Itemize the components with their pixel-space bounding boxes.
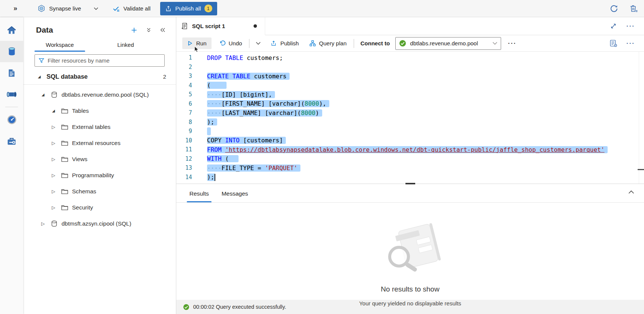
filter-resources-input[interactable] [48,57,161,64]
code-line-content: COPY INTO [customers] [207,137,286,144]
data-explorer-panel: Data Workspace Linked [23,17,176,314]
line-number: 5 [176,91,192,98]
run-button[interactable]: Run [182,37,212,49]
monitor-gauge-icon [7,115,17,125]
collapse-arrow-icon[interactable]: ◢ [36,75,42,79]
discard-all-icon[interactable] [629,4,638,13]
nav-home[interactable] [0,19,23,41]
connected-check-icon [399,40,406,47]
tree-item-label: Schemas [72,188,96,195]
code-line[interactable]: 10COPY INTO [customers] [176,136,644,145]
code-line-content: ····[ID] [bigint], [207,91,275,98]
tree-item-security[interactable]: ▷Security [23,199,176,215]
code-line[interactable]: 12WITH ( [176,154,644,164]
folder-icon [61,205,68,211]
code-line[interactable]: 11FROM 'https://dbtlabsynapsedatalake.bl… [176,145,644,154]
properties-icon[interactable] [609,39,617,47]
connect-to-dropdown[interactable]: dbtlabs.revenue.demo.pool [395,37,501,50]
code-line[interactable]: 3CREATE TABLE customers [176,72,644,81]
code-line[interactable]: 1DROP TABLE customers; [176,53,644,63]
nav-monitor[interactable] [0,109,23,130]
line-number: 11 [176,146,192,153]
nav-manage[interactable] [0,130,23,152]
tree-item-schemas[interactable]: ▷Schemas [23,183,176,199]
tree-item-dbtlabs-revenue-demo-pool-sql[interactable]: ◢dbtlabs.revenue.demo.pool (SQL) [23,87,176,103]
collapse-panel-icon[interactable] [159,27,166,33]
toolbar-right-more-icon[interactable]: ··· [626,40,635,47]
expand-arrow-icon[interactable]: ▷ [51,189,56,194]
line-number: 9 [176,128,192,135]
section-sql-database[interactable]: ◢ SQL database 2 [23,73,176,85]
tree-item-views[interactable]: ▷Views [23,151,176,167]
code-line[interactable]: 5····[ID] [bigint], [176,90,644,99]
manage-toolbox-icon [6,136,17,147]
code-line-content: ); [207,118,217,126]
publish-button[interactable]: Publish [267,37,302,49]
collapse-arrow-icon[interactable]: ◢ [51,109,56,113]
code-line[interactable]: 6····[FIRST_NAME] [varchar](8000), [176,99,644,109]
nav-integrate[interactable] [0,84,23,105]
expand-arrow-icon[interactable]: ▷ [51,124,56,130]
tree-item-external-resources[interactable]: ▷External resources [23,135,176,151]
expand-arrow-icon[interactable]: ▷ [40,221,46,226]
top-bar: » Synapse live Validate all Publish all … [0,0,644,17]
tree-item-dbtmsft-azsyn-cipool-sql[interactable]: ▷dbtmsft.azsyn.cipool (SQL) [23,215,176,232]
sql-code-editor[interactable]: 1DROP TABLE customers;23CREATE TABLE cus… [176,52,644,184]
expand-arrow-icon[interactable]: ▷ [51,205,56,210]
expand-arrow-icon[interactable]: ▷ [51,141,56,146]
results-body: No results to show Your query yielded no… [176,203,644,300]
database-icon [51,220,58,227]
tab-results[interactable]: Results [183,185,215,202]
folder-icon [61,108,68,114]
actions-chevrons-icon[interactable] [146,27,152,33]
document-tabstrip: SQL script 1 ··· [176,17,644,35]
undo-dropdown-chevron-icon[interactable] [256,42,261,45]
show-toolbar-chevrons-icon[interactable]: » [14,4,17,12]
selection-highlight: ····[FIRST_NAME] [varchar](8000), [207,100,329,107]
publish-all-button[interactable]: Publish all 1 [160,2,217,15]
collapse-results-chevron-icon[interactable] [628,190,634,194]
undo-button[interactable]: Undo [215,37,246,49]
publish-count-badge: 1 [204,4,212,12]
query-plan-button[interactable]: Query plan [306,37,350,49]
pane-splitter-handle[interactable] [405,183,415,184]
code-line[interactable]: 7····[LAST_NAME] [varchar](8000) [176,108,644,118]
expand-arrow-icon[interactable]: ▷ [51,173,56,178]
expand-arrow-icon[interactable]: ▷ [51,157,56,162]
tabstrip-more-icon[interactable]: ··· [626,22,635,30]
run-label: Run [196,40,207,46]
add-resource-icon[interactable] [130,26,138,34]
toolbar-divider [354,39,354,48]
nav-develop[interactable] [0,62,23,84]
tab-linked[interactable]: Linked [106,38,145,52]
code-line[interactable]: 4( [176,81,644,90]
nav-data[interactable] [0,41,23,62]
code-line[interactable]: 8); [176,118,644,127]
refresh-icon[interactable] [609,4,618,13]
empty-results-state: No results to show Your query yielded no… [359,222,461,307]
expand-editor-icon[interactable] [610,23,617,29]
validate-all-label: Validate all [123,5,150,12]
code-line[interactable]: 14); [176,173,644,182]
tree-item-external-tables[interactable]: ▷External tables [23,119,176,135]
toolbar-more-icon[interactable]: ··· [508,40,516,47]
tab-workspace[interactable]: Workspace [35,38,85,52]
code-line[interactable]: 9 [176,127,644,136]
validate-all-button[interactable]: Validate all [113,5,150,12]
mode-selector[interactable]: Synapse live [38,4,98,12]
chevron-down-icon [94,7,98,10]
text-caret [215,174,215,181]
tab-messages[interactable]: Messages [215,185,255,202]
folder-icon [61,188,68,194]
scrollbar-marker[interactable] [638,169,644,170]
code-line[interactable]: 13····FILE_TYPE = 'PARQUET' [176,163,644,173]
tree-item-programmability[interactable]: ▷Programmability [23,167,176,183]
code-line[interactable]: 2 [176,63,644,72]
publish-label: Publish [280,40,299,46]
left-nav-rail [0,17,23,314]
tree-item-tables[interactable]: ◢Tables [23,103,176,119]
tab-sql-script-1[interactable]: SQL script 1 [176,17,265,35]
code-line-content: WITH ( [207,155,239,162]
collapse-arrow-icon[interactable]: ◢ [40,93,46,97]
undo-icon [219,40,225,46]
